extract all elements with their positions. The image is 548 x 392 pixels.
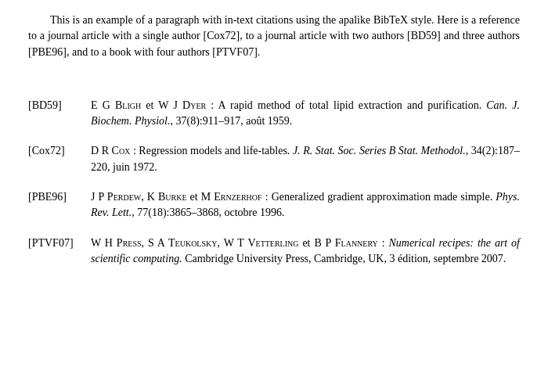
ref-key-bd59: [BD59] [28, 98, 91, 113]
author-name: Teukolsky [168, 237, 217, 249]
author-name: Press [117, 237, 142, 249]
ref-content-pbe96: J P Perdew, K Burke et M Ernzerhof : Gen… [91, 189, 520, 221]
references-list: [BD59] E G Bligh et W J Dyer : A rapid m… [28, 98, 520, 267]
author-name: Ernzerhof [214, 191, 261, 203]
author-name: Flannery [335, 237, 378, 249]
ref-key-cox72: [Cox72] [28, 143, 91, 159]
ref-key-pbe96: [PBE96] [28, 189, 91, 205]
author-name: Bligh [115, 99, 141, 111]
author-name: Cox [112, 145, 131, 156]
reference-entry-ptvf07: [PTVF07] W H Press, S A Teukolsky, W T V… [28, 236, 520, 268]
reference-entry-cox72: [Cox72] D R Cox : Regression models and … [28, 143, 520, 175]
reference-entry-bd59: [BD59] E G Bligh et W J Dyer : A rapid m… [28, 98, 520, 130]
reference-entry-pbe96: [PBE96] J P Perdew, K Burke et M Ernzerh… [28, 189, 520, 221]
intro-paragraph: This is an example of a paragraph with i… [28, 13, 520, 60]
author-name: Perdew [107, 191, 141, 203]
author-name: Vetterling [247, 237, 298, 249]
ref-content-bd59: E G Bligh et W J Dyer : A rapid method o… [91, 98, 520, 130]
ref-key-ptvf07: [PTVF07] [28, 236, 91, 251]
ref-content-cox72: D R Cox : Regression models and life-tab… [91, 143, 520, 175]
ref-content-ptvf07: W H Press, S A Teukolsky, W T Vetterling… [91, 236, 520, 268]
author-name: Dyer [182, 99, 206, 111]
author-name: Burke [158, 191, 187, 203]
